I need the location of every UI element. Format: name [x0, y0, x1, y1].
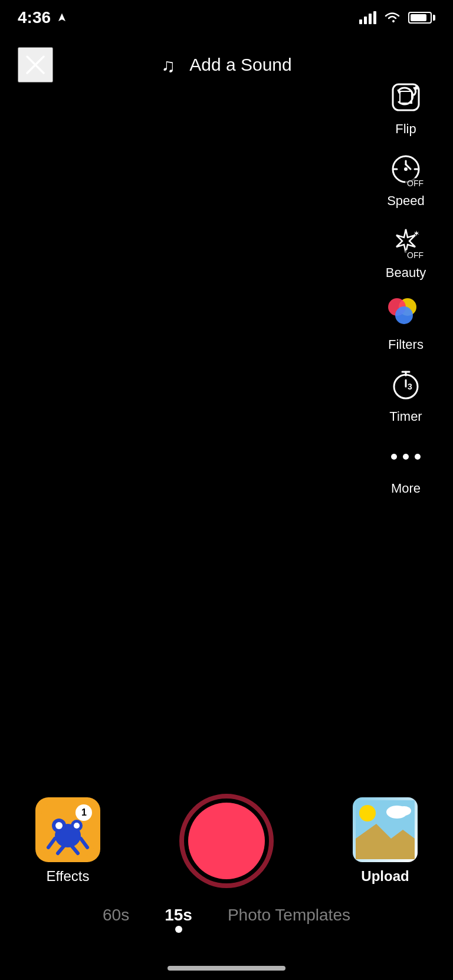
flip-icon	[385, 77, 426, 118]
timer-label: Timer	[389, 409, 422, 424]
svg-point-32	[359, 805, 376, 821]
effects-button[interactable]: 1 Effects	[35, 797, 100, 885]
svg-point-4	[415, 86, 418, 90]
more-icon	[385, 436, 426, 477]
beauty-label: Beauty	[386, 265, 426, 281]
wifi-icon	[385, 12, 400, 24]
filters-button[interactable]: Filters	[370, 292, 441, 352]
bottom-area: 1 Effects	[0, 794, 453, 933]
svg-point-22	[74, 823, 80, 829]
timer-icon: 3	[385, 364, 426, 405]
speed-icon: OFF	[385, 149, 426, 190]
battery-icon	[408, 12, 435, 24]
location-icon	[57, 12, 67, 23]
beauty-button[interactable]: OFF Beauty	[370, 220, 441, 281]
tab-60s[interactable]: 60s	[103, 906, 129, 933]
tab-15s[interactable]: 15s	[165, 906, 192, 933]
status-icons	[359, 11, 435, 24]
upload-label: Upload	[361, 868, 409, 885]
more-label: More	[391, 481, 421, 496]
svg-point-34	[397, 806, 411, 816]
flip-button[interactable]: Flip	[370, 77, 441, 137]
capture-inner	[188, 803, 265, 879]
speed-label: Speed	[387, 193, 425, 209]
timer-button[interactable]: 3 Timer	[370, 364, 441, 424]
time-display: 4:36	[18, 8, 51, 27]
add-sound-button[interactable]: ♫ Add a Sound	[161, 54, 291, 75]
speed-button[interactable]: OFF Speed	[370, 149, 441, 209]
svg-point-6	[404, 167, 408, 171]
right-toolbar: Flip OFF Speed OFF Bea	[370, 77, 441, 496]
status-bar: 4:36	[0, 0, 453, 35]
home-indicator	[168, 966, 285, 971]
svg-point-15	[403, 454, 409, 460]
svg-text:1: 1	[81, 807, 87, 817]
mode-tabs: 60s 15s Photo Templates	[0, 906, 453, 933]
svg-text:3: 3	[408, 382, 412, 391]
beauty-icon: OFF	[385, 220, 426, 262]
signal-bars-icon	[359, 11, 376, 24]
filters-icon	[385, 292, 426, 334]
music-note-icon: ♫	[161, 54, 182, 75]
more-button[interactable]: More	[370, 436, 441, 496]
svg-point-21	[55, 822, 63, 829]
filters-label: Filters	[388, 337, 424, 352]
add-sound-label: Add a Sound	[189, 55, 291, 75]
capture-row: 1 Effects	[0, 794, 453, 888]
capture-button[interactable]	[179, 794, 274, 888]
svg-text:♫: ♫	[161, 55, 175, 75]
flip-label: Flip	[395, 121, 416, 137]
tab-photo-templates[interactable]: Photo Templates	[228, 906, 350, 933]
status-time: 4:36	[18, 8, 67, 27]
svg-point-16	[415, 454, 421, 460]
close-button[interactable]	[18, 47, 53, 83]
upload-icon	[353, 797, 418, 862]
upload-button[interactable]: Upload	[353, 797, 418, 885]
effects-label: Effects	[47, 868, 90, 885]
svg-point-14	[391, 454, 397, 460]
effects-icon: 1	[35, 797, 100, 862]
